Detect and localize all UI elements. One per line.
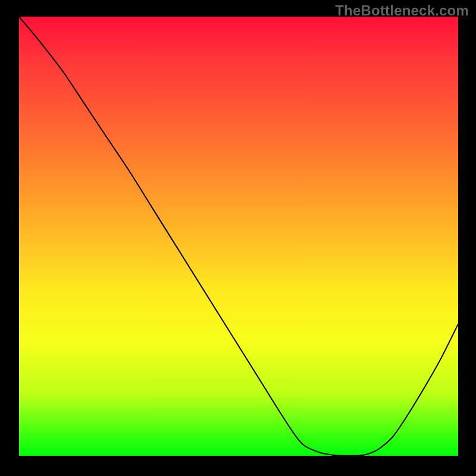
bottleneck-curve (19, 17, 458, 456)
chart-root: TheBottleneck.com (0, 0, 476, 476)
watermark-text: TheBottleneck.com (335, 2, 469, 19)
plot-area (19, 17, 458, 456)
